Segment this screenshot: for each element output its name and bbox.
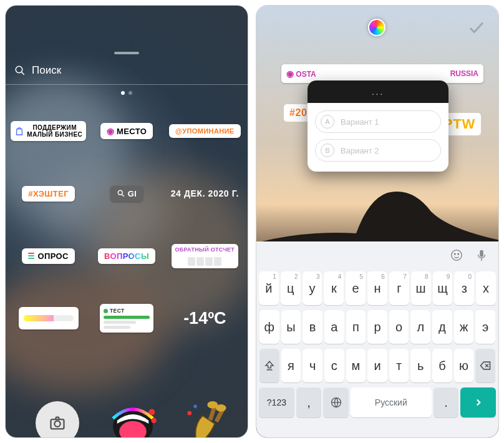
key-щ[interactable]: щ9 bbox=[433, 271, 453, 305]
sticker-celebration[interactable] bbox=[179, 397, 231, 438]
slider-track bbox=[24, 315, 74, 321]
sticker-temperature[interactable]: -14ºC bbox=[183, 309, 226, 328]
key-к[interactable]: к4 bbox=[324, 271, 344, 305]
search-placeholder: Поиск bbox=[32, 64, 61, 77]
quiz-dot-icon bbox=[104, 309, 108, 313]
key-о[interactable]: о bbox=[389, 310, 409, 344]
camera-icon bbox=[49, 414, 66, 432]
done-check-icon[interactable] bbox=[467, 18, 486, 37]
quiz-sticker-editor[interactable]: ... A Вариант 1 B Вариант 2 bbox=[308, 80, 448, 172]
key-с[interactable]: с bbox=[324, 349, 344, 382]
keyboard-row-1: й1ц2у3к4е5н6г7ш8щ9з0х bbox=[259, 271, 496, 305]
sticker-questions[interactable]: ВОПРОСЫ bbox=[98, 248, 155, 264]
sticker-search[interactable]: Поиск bbox=[6, 64, 248, 85]
svg-point-8 bbox=[148, 409, 155, 415]
sticker-icon[interactable] bbox=[450, 248, 463, 262]
key-ю[interactable]: ю bbox=[454, 349, 474, 382]
location-pin-icon: ◉ bbox=[107, 126, 114, 136]
numbers-key[interactable]: ?123 bbox=[259, 387, 294, 417]
sticker-quiz[interactable]: ТЕСТ bbox=[100, 304, 153, 333]
keyboard-row-3: ячсмитьбю bbox=[259, 349, 496, 382]
chevron-right-icon bbox=[473, 397, 484, 408]
svg-point-16 bbox=[452, 250, 462, 261]
sticker-small-business[interactable]: ПОДДЕРЖИМ МАЛЫЙ БИЗНЕС bbox=[11, 121, 86, 141]
key-е[interactable]: е5 bbox=[346, 271, 366, 305]
keyboard-suggestion-bar bbox=[256, 241, 498, 269]
svg-rect-19 bbox=[480, 250, 483, 257]
search-icon bbox=[117, 189, 125, 198]
quiz-title-input[interactable]: ... bbox=[308, 80, 448, 103]
color-picker-button[interactable] bbox=[368, 19, 385, 36]
sticker-location[interactable]: ◉ МЕСТО bbox=[100, 123, 153, 139]
svg-line-3 bbox=[122, 195, 124, 197]
sticker-mouth[interactable] bbox=[107, 397, 159, 438]
sticker-date[interactable]: 24 ДЕК. 2020 Г. bbox=[171, 188, 239, 198]
key-й[interactable]: й1 bbox=[259, 271, 279, 305]
sticker-slider[interactable] bbox=[19, 307, 79, 329]
svg-rect-15 bbox=[193, 404, 198, 409]
key-х[interactable]: х bbox=[476, 271, 496, 305]
option-letter: A bbox=[321, 115, 334, 129]
key-г[interactable]: г7 bbox=[389, 271, 409, 305]
quiz-option-b[interactable]: B Вариант 2 bbox=[315, 139, 441, 162]
key-д[interactable]: д bbox=[432, 310, 452, 344]
key-б[interactable]: б bbox=[432, 349, 452, 382]
period-key[interactable]: . bbox=[434, 387, 459, 417]
sheet-handle[interactable] bbox=[114, 52, 139, 54]
sticker-hashtag[interactable]: #ХЭШТЕГ bbox=[22, 186, 75, 202]
comma-key[interactable]: , bbox=[296, 387, 322, 417]
key-а[interactable]: а bbox=[324, 310, 344, 344]
key-н[interactable]: н6 bbox=[367, 271, 387, 305]
key-т[interactable]: т bbox=[389, 349, 409, 382]
sticker-poll[interactable]: ОПРОС bbox=[22, 248, 74, 264]
keyboard: й1ц2у3к4е5н6г7ш8щ9з0х фывапролджэ ячсмит… bbox=[256, 269, 498, 437]
phone-right: ◉ OSTA RUSSIA #20 PTW ... A Вариант 1 B … bbox=[256, 5, 499, 438]
backspace-icon bbox=[479, 359, 492, 372]
key-п[interactable]: п bbox=[346, 310, 366, 344]
keyboard-row-2: фывапролджэ bbox=[259, 310, 496, 344]
sticker-sheet: Поиск ПОДДЕРЖИМ МАЛЫЙ БИЗНЕС ◉ МЕСТО @УП… bbox=[6, 6, 248, 437]
shift-icon bbox=[264, 360, 275, 371]
globe-icon bbox=[330, 396, 342, 409]
svg-point-17 bbox=[454, 253, 455, 255]
key-ш[interactable]: ш8 bbox=[411, 271, 431, 305]
backspace-key[interactable] bbox=[475, 349, 495, 382]
svg-point-5 bbox=[54, 421, 60, 427]
svg-point-2 bbox=[118, 190, 122, 195]
keyboard-row-4: ?123 , Русский . bbox=[259, 387, 496, 417]
key-у[interactable]: у3 bbox=[303, 271, 322, 305]
poll-icon bbox=[28, 253, 34, 259]
key-в[interactable]: в bbox=[303, 310, 322, 344]
key-я[interactable]: я bbox=[281, 349, 301, 382]
key-э[interactable]: э bbox=[475, 310, 495, 344]
key-ь[interactable]: ь bbox=[410, 349, 430, 382]
option-letter: B bbox=[321, 144, 334, 157]
key-ц[interactable]: ц2 bbox=[281, 271, 301, 305]
language-key[interactable] bbox=[323, 387, 349, 417]
key-и[interactable]: и bbox=[367, 349, 387, 382]
svg-point-18 bbox=[458, 253, 459, 255]
svg-line-1 bbox=[22, 72, 24, 75]
shift-key[interactable] bbox=[259, 349, 279, 382]
enter-key[interactable] bbox=[460, 387, 496, 417]
mic-icon[interactable] bbox=[475, 248, 488, 262]
sticker-mention[interactable]: @УПОМИНАНИЕ bbox=[169, 124, 241, 138]
sticker-gif[interactable]: GI bbox=[110, 186, 143, 202]
option-placeholder: Вариант 1 bbox=[341, 117, 379, 127]
space-key[interactable]: Русский bbox=[351, 387, 432, 417]
key-з[interactable]: з0 bbox=[454, 271, 474, 305]
key-р[interactable]: р bbox=[367, 310, 387, 344]
key-ч[interactable]: ч bbox=[303, 349, 322, 382]
key-л[interactable]: л bbox=[410, 310, 430, 344]
quiz-option-a[interactable]: A Вариант 1 bbox=[315, 110, 441, 133]
location-pin-icon: ◉ bbox=[286, 69, 294, 79]
shopping-bag-icon bbox=[14, 126, 24, 136]
key-ы[interactable]: ы bbox=[281, 310, 301, 344]
svg-point-0 bbox=[16, 66, 22, 73]
svg-point-9 bbox=[151, 418, 156, 423]
option-placeholder: Вариант 2 bbox=[341, 146, 379, 155]
key-м[interactable]: м bbox=[346, 349, 366, 382]
key-ж[interactable]: ж bbox=[454, 310, 474, 344]
sticker-countdown[interactable]: ОБРАТНЫЙ ОТСЧЕТ bbox=[172, 244, 239, 268]
key-ф[interactable]: ф bbox=[259, 310, 279, 344]
